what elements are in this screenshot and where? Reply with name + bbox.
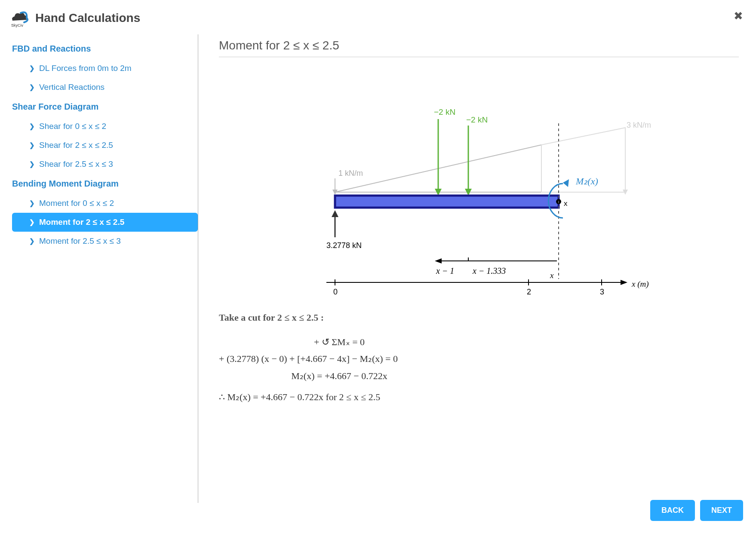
svg-rect-11 — [335, 196, 559, 208]
nav-label: Shear for 2.5 ≤ x ≤ 3 — [39, 159, 113, 169]
axis-label: x (m) — [631, 279, 649, 289]
svg-marker-18 — [435, 258, 442, 263]
reaction-label: 3.2778 kN — [326, 241, 362, 250]
nav-moment-0-2[interactable]: ❯Moment for 0 ≤ x ≤ 2 — [12, 194, 198, 213]
nav-label: Shear for 2 ≤ x ≤ 2.5 — [39, 141, 113, 150]
svg-marker-16 — [332, 210, 338, 217]
calc-eq2: + (3.2778) (x − 0) + [+4.667 − 4x] − M₂(… — [219, 351, 739, 366]
chevron-right-icon: ❯ — [29, 237, 35, 245]
section-fbd[interactable]: FBD and Reactions — [12, 39, 198, 59]
header-title: Hand Calculations — [35, 11, 140, 25]
svg-marker-21 — [621, 280, 627, 285]
vertical-divider — [198, 34, 198, 503]
nav-label: Vertical Reactions — [39, 83, 104, 92]
chevron-right-icon: ❯ — [29, 218, 35, 226]
calc-intro: Take a cut for 2 ≤ x ≤ 2.5 : — [219, 310, 739, 325]
nav-shear-2-25[interactable]: ❯Shear for 2 ≤ x ≤ 2.5 — [12, 136, 198, 155]
chevron-right-icon: ❯ — [29, 83, 35, 91]
page-title: Moment for 2 ≤ x ≤ 2.5 — [219, 39, 739, 57]
header-bar: SkyCiv Hand Calculations ✖ — [0, 0, 756, 34]
calc-eq3: M₂(x) = +4.667 − 0.722x — [219, 368, 460, 383]
nav-shear-25-3[interactable]: ❯Shear for 2.5 ≤ x ≤ 3 — [12, 155, 198, 174]
nav-shear-0-2[interactable]: ❯Shear for 0 ≤ x ≤ 2 — [12, 117, 198, 136]
section-shear[interactable]: Shear Force Diagram — [12, 97, 198, 117]
tick-0: 0 — [333, 288, 338, 296]
close-icon[interactable]: ✖ — [734, 9, 743, 23]
cut-x-label: x — [564, 199, 568, 208]
back-button[interactable]: BACK — [650, 500, 695, 521]
moment-label: M₂(x) — [575, 176, 598, 187]
nav-label: Shear for 0 ≤ x ≤ 2 — [39, 122, 106, 131]
calculation-block: Take a cut for 2 ≤ x ≤ 2.5 : + ↺ ΣMₓ = 0… — [219, 310, 739, 404]
nav-label: Moment for 2.5 ≤ x ≤ 3 — [39, 236, 121, 246]
calc-result: ∴ M₂(x) = +4.667 − 0.722x for 2 ≤ x ≤ 2.… — [219, 389, 739, 404]
chevron-right-icon: ❯ — [29, 123, 35, 130]
chevron-right-icon: ❯ — [29, 160, 35, 168]
sidebar: FBD and Reactions ❯DL Forces from 0m to … — [0, 34, 198, 503]
chevron-right-icon: ❯ — [29, 141, 35, 149]
chevron-right-icon: ❯ — [29, 64, 35, 72]
axis-x-symbol: x — [550, 271, 554, 280]
svg-text:SkyCiv: SkyCiv — [11, 23, 24, 28]
point-load-1-label: −2 kN — [434, 107, 455, 116]
nav-dl-forces[interactable]: ❯DL Forces from 0m to 2m — [12, 59, 198, 78]
footer-buttons: BACK NEXT — [650, 500, 743, 521]
nav-moment-2-25[interactable]: ❯Moment for 2 ≤ x ≤ 2.5 — [12, 213, 198, 232]
calc-eq1: + ↺ ΣMₓ = 0 — [219, 334, 460, 349]
nav-label: DL Forces from 0m to 2m — [39, 64, 132, 73]
tick-3: 3 — [600, 288, 604, 296]
dist-left-label: 1 kN/m — [338, 169, 363, 178]
dist-right-label: 3 kN/m — [627, 121, 651, 129]
svg-marker-14 — [563, 179, 569, 187]
next-button[interactable]: NEXT — [700, 500, 743, 521]
nav-label: Moment for 0 ≤ x ≤ 2 — [39, 199, 114, 208]
point-load-2-label: −2 kN — [466, 115, 488, 124]
chevron-right-icon: ❯ — [29, 199, 35, 207]
beam-diagram: 1 kN/m 3 kN/m −2 kN −2 kN x — [219, 67, 739, 308]
nav-label: Moment for 2 ≤ x ≤ 2.5 — [39, 217, 124, 227]
nav-moment-25-3[interactable]: ❯Moment for 2.5 ≤ x ≤ 3 — [12, 232, 198, 251]
main-content: Moment for 2 ≤ x ≤ 2.5 1 kN/m 3 kN/m −2 … — [202, 34, 756, 503]
dim1-label: x − 1 — [436, 266, 454, 276]
skyciv-logo: SkyCiv — [10, 9, 29, 28]
nav-vertical-reactions[interactable]: ❯Vertical Reactions — [12, 78, 198, 97]
section-moment[interactable]: Bending Moment Diagram — [12, 174, 198, 194]
dim2-label: x − 1.333 — [472, 266, 506, 276]
tick-2: 2 — [527, 288, 531, 296]
